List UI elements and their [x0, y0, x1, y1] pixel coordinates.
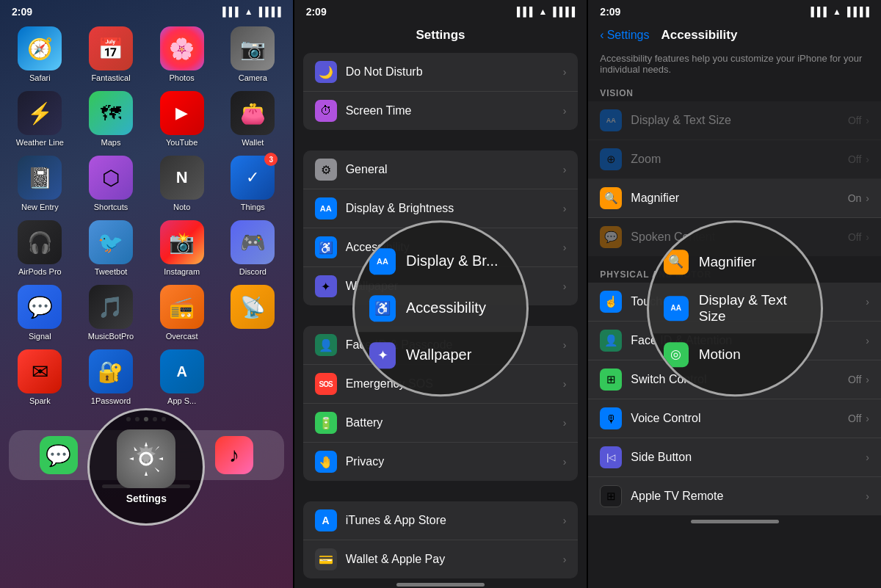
things-wrapper: ✓ 3: [231, 156, 275, 200]
app-item-discord[interactable]: 🎮 Discord: [222, 220, 284, 276]
voicectrl-row-label: Voice Control: [631, 412, 848, 425]
home-indicator-3: [691, 520, 779, 523]
touch-row-icon: ☝: [600, 291, 622, 313]
app-item-signal[interactable]: 💬 Signal: [9, 285, 71, 341]
onepass-icon[interactable]: 🔐: [89, 349, 133, 393]
app-item-shortcuts[interactable]: ⬡ Shortcuts: [80, 156, 142, 211]
signal-icon[interactable]: 💬: [18, 285, 62, 329]
discord-icon[interactable]: 🎮: [231, 220, 275, 264]
app-item-camera[interactable]: 📷 Camera: [222, 26, 284, 82]
display-size-icon: AA: [600, 109, 622, 131]
acc-header: ‹ Settings Accessibility: [588, 21, 881, 47]
settings-row-screentime[interactable]: ⏱ Screen Time ›: [303, 92, 579, 130]
acc-zoom-row-magnifier[interactable]: 🔍 Magnifier: [649, 241, 821, 283]
zoom-row-accessibility[interactable]: ♿ Accessibility: [355, 285, 526, 332]
app-item-youtube[interactable]: ▶ YouTube: [151, 91, 213, 147]
shortcuts-icon[interactable]: ⬡: [89, 156, 133, 200]
privacy-chevron: ›: [563, 456, 567, 468]
newentry-icon[interactable]: 📓: [18, 156, 62, 200]
instagram-icon[interactable]: 📸: [160, 220, 204, 264]
appstore-icon[interactable]: A: [160, 349, 204, 393]
acc-zoom-display-icon: AA: [664, 296, 689, 321]
settings-row-itunes[interactable]: A iTunes & App Store ›: [303, 501, 579, 540]
musicbot-label: MusicBotPro: [88, 332, 134, 341]
zoom-row-displaybr[interactable]: AA Display & Br...: [355, 238, 526, 285]
app-item-appstore[interactable]: A App S...: [151, 349, 213, 405]
zoom-row-wallpaper[interactable]: ✦ Wallpaper: [355, 332, 526, 379]
settings-row-walletpay[interactable]: 💳 Wallet & Apple Pay ›: [303, 540, 579, 578]
airpods-icon[interactable]: 🎧: [18, 220, 62, 264]
app-item-newentry[interactable]: 📓 New Entry: [9, 156, 71, 211]
acc-zoom-display-label: Display & Text Size: [699, 292, 806, 324]
safari-icon[interactable]: 🧭: [18, 26, 62, 70]
app-item-airpods[interactable]: 🎧 AirPods Pro: [9, 220, 71, 276]
app-item-wallet[interactable]: 👛 Wallet: [222, 91, 284, 147]
music-dock-icon[interactable]: ♪: [215, 436, 253, 474]
acc-row-zoom[interactable]: ⊕ Zoom Off ›: [588, 140, 881, 179]
battery-icon-3: ▐▐▐▐: [844, 7, 869, 17]
app-item-photos[interactable]: 🌸 Photos: [151, 26, 213, 82]
acc-row-display-size[interactable]: AA Display & Text Size Off ›: [588, 101, 881, 140]
settings-section-4: A iTunes & App Store › 💳 Wallet & Apple …: [303, 501, 579, 578]
app-item-spark[interactable]: ✉ Spark: [9, 349, 71, 405]
overcast-icon[interactable]: 📻: [160, 285, 204, 329]
itunes-icon: A: [315, 509, 337, 531]
dnd-chevron: ›: [563, 66, 567, 78]
settings-row-privacy[interactable]: 🤚 Privacy ›: [303, 443, 579, 481]
settings-row-dnd[interactable]: 🌙 Do Not Disturb ›: [303, 53, 579, 92]
status-bar-2: 2:09 ▌▌▌ ▲ ▐▐▐▐: [294, 0, 587, 21]
app-item-fantastical[interactable]: 📅 Fantastical: [80, 26, 142, 82]
settings-row-general[interactable]: ⚙ General ›: [303, 150, 579, 189]
wallet-icon[interactable]: 👛: [231, 91, 275, 135]
acc-row-voicectrl[interactable]: 🎙 Voice Control Off ›: [588, 399, 881, 438]
app-item-musicbot[interactable]: 🎵 MusicBotPro: [80, 285, 142, 341]
settings-zoom-icon: [117, 429, 175, 488]
camera-icon[interactable]: 📷: [231, 26, 275, 70]
accessibility-zoom-overlay: 🔍 Magnifier AA Display & Text Size ◎ Mot…: [647, 220, 823, 396]
app-item-onepass[interactable]: 🔐 1Password: [80, 349, 142, 405]
app-item-maps[interactable]: 🗺 Maps: [80, 91, 142, 147]
acc-row-sidebtn[interactable]: |◁ Side Button ›: [588, 438, 881, 477]
acc-zoom-row-display[interactable]: AA Display & Text Size: [649, 283, 821, 333]
app-item-overcast[interactable]: 📻 Overcast: [151, 285, 213, 341]
settings-zoom-circle: Settings: [87, 408, 205, 526]
acc-zoom-motion-icon: ◎: [664, 342, 689, 367]
maps-icon[interactable]: 🗺: [89, 91, 133, 135]
noto-icon[interactable]: N: [160, 156, 204, 200]
app-item-instagram[interactable]: 📸 Instagram: [151, 220, 213, 276]
settings-row-battery[interactable]: 🔋 Battery ›: [303, 404, 579, 443]
display-chevron: ›: [563, 203, 567, 214]
messages-dock-icon[interactable]: 💬: [40, 436, 78, 474]
battery-icon-row: 🔋: [315, 412, 337, 434]
accessibility-chevron: ›: [563, 242, 567, 253]
accessibility-icon: ♿: [315, 236, 337, 258]
iphone-home-screen: 2:09 ▌▌▌ ▲ ▐▐▐▐ 🧭 Safari 📅 Fantastical 🌸…: [0, 0, 293, 588]
youtube-icon[interactable]: ▶: [160, 91, 204, 135]
app-item-weatherline[interactable]: ⚡ Weather Line: [9, 91, 71, 147]
app-item-wifi2[interactable]: 📡: [222, 285, 284, 341]
acc-row-magnifier[interactable]: 🔍 Magnifier On ›: [588, 179, 881, 218]
wallpaper-icon: ✦: [315, 275, 337, 297]
acc-zoom-row-motion[interactable]: ◎ Motion: [649, 333, 821, 376]
weatherline-icon[interactable]: ⚡: [18, 91, 62, 135]
musicbot-icon[interactable]: 🎵: [89, 285, 133, 329]
spark-icon[interactable]: ✉: [18, 349, 62, 393]
onepass-label: 1Password: [91, 396, 131, 405]
faceid-chevron: ›: [563, 339, 567, 351]
zoom-wallpaper-icon: ✦: [369, 342, 396, 369]
photos-icon[interactable]: 🌸: [160, 26, 204, 70]
tweetbot-icon[interactable]: 🐦: [89, 220, 133, 264]
wifi2-icon[interactable]: 📡: [231, 285, 275, 329]
app-item-tweetbot[interactable]: 🐦 Tweetbot: [80, 220, 142, 276]
appletv-row-icon: ⊞: [600, 485, 622, 507]
app-item-safari[interactable]: 🧭 Safari: [9, 26, 71, 82]
acc-back-button[interactable]: ‹ Settings: [600, 29, 649, 42]
dock-music[interactable]: ♪: [215, 436, 253, 474]
acc-row-appletv[interactable]: ⊞ Apple TV Remote ›: [588, 477, 881, 515]
app-item-noto[interactable]: N Noto: [151, 156, 213, 211]
fantastical-icon[interactable]: 📅: [89, 26, 133, 70]
app-item-placeholder: [222, 349, 284, 405]
app-item-things[interactable]: ✓ 3 Things: [222, 156, 284, 211]
dock-messages[interactable]: 💬: [40, 436, 78, 474]
switchctrl-row-chevron: ›: [866, 374, 869, 385]
